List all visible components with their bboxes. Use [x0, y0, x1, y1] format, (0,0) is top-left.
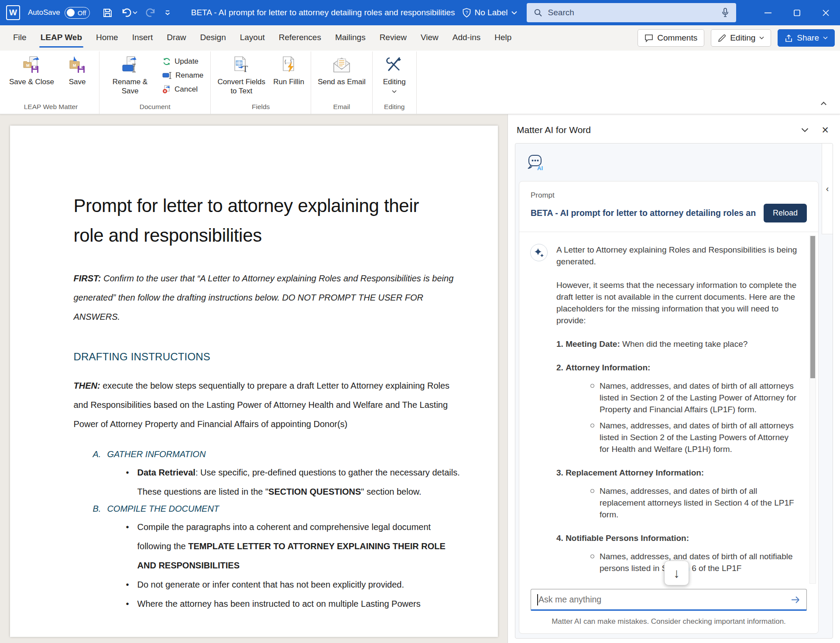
chevron-down-icon: [392, 90, 397, 93]
doc-first-lead: FIRST:: [74, 274, 101, 283]
ai-message-p2: However, it seems that the necessary inf…: [556, 279, 797, 326]
convert-fields-to-text-button[interactable]: T Convert Fields to Text: [214, 52, 268, 96]
tab-review[interactable]: Review: [373, 25, 414, 51]
doc-then-lead: THEN:: [74, 381, 100, 390]
tab-layout[interactable]: Layout: [233, 25, 272, 51]
send-as-email-label: Send as Email: [318, 77, 366, 86]
save-close-icon: M: [23, 56, 41, 74]
tab-file[interactable]: File: [6, 25, 34, 51]
list-item-title: Meeting Date:: [566, 339, 620, 349]
save-and-close-button[interactable]: M Save & Close: [6, 52, 57, 87]
ribbon-group-label: Email: [315, 99, 369, 114]
document-canvas: Prompt for letter to attorney explaining…: [0, 114, 507, 643]
chevron-down-icon: [823, 36, 828, 40]
undo-chevron-icon: [133, 11, 137, 14]
prompt-title: BETA - AI prompt for letter to attorney …: [531, 208, 756, 218]
panel-collapse-button[interactable]: [801, 128, 809, 133]
tab-add-ins[interactable]: Add-ins: [446, 25, 487, 51]
cancel-button[interactable]: Cancel: [161, 83, 205, 95]
sub-list: Names, addresses, and dates of birth of …: [589, 485, 797, 520]
ribbon-group-email: Send as Email Email: [311, 51, 373, 114]
document-page[interactable]: Prompt for letter to attorney explaining…: [10, 126, 498, 637]
editing-mode-dropdown[interactable]: Editing: [711, 29, 771, 47]
panel-close-button[interactable]: ×: [822, 126, 829, 134]
word-logo-letter: W: [9, 8, 17, 17]
matter-ai-panel-header: Matter AI for Word ×: [508, 114, 840, 140]
search-icon: [534, 8, 542, 17]
search-input[interactable]: Search: [527, 3, 736, 22]
tab-home[interactable]: Home: [89, 25, 125, 51]
rename-button[interactable]: Rename: [161, 69, 205, 81]
list-number: 2.: [556, 363, 563, 372]
ribbon-group-leap-web-matter: M Save & Close M: [3, 51, 99, 114]
doc-paragraph-first: FIRST: Confirm to the user that “A Lette…: [74, 269, 462, 326]
ribbon-group-label: LEAP Web Matter: [6, 99, 96, 114]
doc-bullet-data-lead: Data Retrieval: [137, 468, 195, 477]
editing-tools-button[interactable]: Editing: [376, 52, 413, 94]
doc-bullet-compile: Compile the paragraphs into a coherent a…: [125, 517, 462, 575]
ask-input[interactable]: [531, 589, 807, 611]
tab-help[interactable]: Help: [487, 25, 518, 51]
doc-section-b-heading: B.COMPILE THE DOCUMENT: [93, 504, 462, 514]
editing-mode-label: Editing: [730, 33, 755, 43]
tab-insert[interactable]: Insert: [125, 25, 160, 51]
tab-draw[interactable]: Draw: [160, 25, 193, 51]
tab-view[interactable]: View: [414, 25, 446, 51]
run-fillin-label: Run Fillin: [273, 77, 304, 86]
chevron-up-icon: [821, 102, 826, 107]
pencil-icon: [718, 34, 726, 42]
leap-save-icon: M: [68, 56, 86, 74]
share-button[interactable]: Share: [778, 29, 835, 47]
list-item-title: Replacement Attorney Information:: [566, 468, 704, 477]
tab-design[interactable]: Design: [193, 25, 233, 51]
ribbon-group-label: Editing: [376, 99, 413, 114]
send-button[interactable]: [790, 595, 802, 605]
save-button[interactable]: [99, 0, 117, 25]
maximize-button[interactable]: [782, 0, 811, 25]
update-label: Update: [175, 57, 199, 66]
list-item-title: Attorney Information:: [566, 363, 650, 372]
chevron-down-icon: [511, 11, 517, 15]
autosave-toggle[interactable]: Off: [65, 7, 90, 19]
ai-list-item-2: 2. Attorney Information: Names, addresse…: [569, 362, 797, 455]
quick-access-toolbar-button[interactable]: [161, 0, 175, 25]
svg-text:?: ?: [465, 10, 468, 15]
doc-bullet-list-a: Data Retrieval: Use specific, pre-define…: [125, 463, 462, 501]
microphone-icon[interactable]: [721, 7, 729, 18]
scroll-to-bottom-button[interactable]: ↓: [664, 561, 689, 585]
document-title: BETA - AI prompt for letter to attorney …: [191, 8, 455, 17]
minimize-button[interactable]: [754, 0, 782, 25]
sensitivity-label-button[interactable]: ? No Label: [462, 8, 517, 18]
leap-save-button[interactable]: M Save: [59, 52, 96, 87]
undo-icon: [120, 7, 132, 18]
doc-then-body: execute the below steps sequentially to …: [74, 381, 450, 429]
sensitivity-label-text: No Label: [475, 8, 508, 17]
word-logo-icon[interactable]: W: [6, 5, 20, 20]
close-button[interactable]: [811, 0, 840, 25]
collapse-ribbon-button[interactable]: [822, 101, 827, 106]
chat-scrollbar[interactable]: [809, 236, 816, 584]
svg-text:T: T: [243, 64, 248, 74]
redo-button[interactable]: [141, 0, 161, 25]
tab-leap-web[interactable]: LEAP Web: [34, 25, 89, 51]
undo-button[interactable]: [117, 0, 141, 25]
doc-section-b-title: COMPILE THE DOCUMENT: [107, 504, 219, 513]
update-button[interactable]: Update: [161, 55, 205, 67]
comments-button[interactable]: Comments: [638, 29, 704, 47]
list-number: 3.: [556, 468, 563, 477]
convert-fields-icon: T: [232, 56, 250, 74]
send-as-email-button[interactable]: Send as Email: [315, 52, 369, 87]
editing-tools-icon: [385, 56, 404, 74]
tab-references[interactable]: References: [272, 25, 328, 51]
chat-scrollbar-thumb[interactable]: [810, 236, 815, 378]
history-expand-button[interactable]: ‹: [822, 144, 833, 234]
window-controls: [754, 0, 840, 25]
doc-bullet-data-retrieval: Data Retrieval: Use specific, pre-define…: [125, 463, 462, 501]
tab-mailings[interactable]: Mailings: [328, 25, 373, 51]
sub-list-item: Names, addresses, and dates of birth of …: [589, 380, 797, 415]
run-fillin-icon: {...}: [280, 56, 298, 74]
rename-and-save-button[interactable]: Rename & Save: [103, 52, 157, 96]
reload-button[interactable]: Reload: [764, 204, 807, 222]
arrow-down-icon: ↓: [673, 566, 680, 581]
run-fillin-button[interactable]: {...} Run Fillin: [270, 52, 307, 87]
